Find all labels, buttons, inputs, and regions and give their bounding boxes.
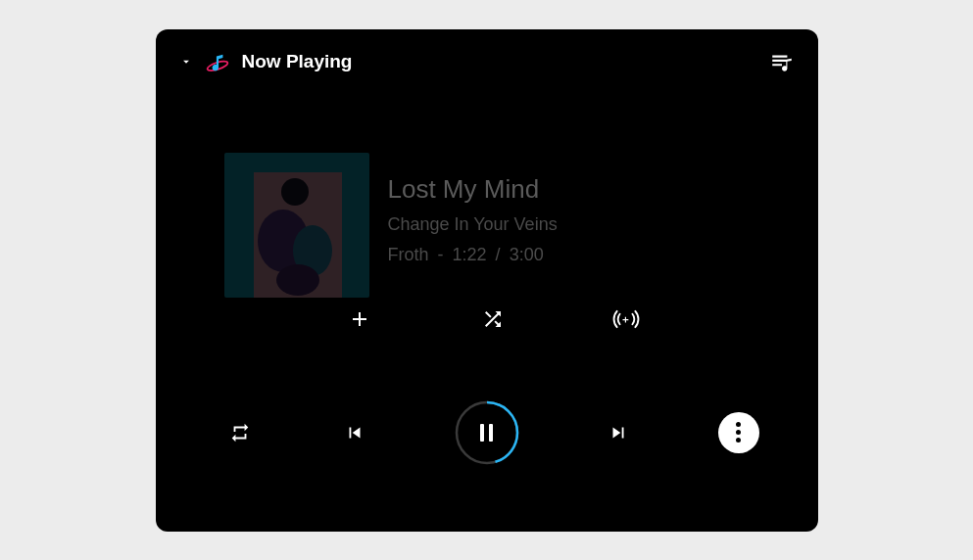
- track-info: Lost My Mind Change In Your Veins Froth …: [388, 174, 558, 265]
- repeat-button[interactable]: [224, 417, 256, 448]
- meta-separator: -: [438, 245, 444, 264]
- header-bar: Now Playing: [156, 29, 818, 94]
- broadcast-button[interactable]: [610, 303, 642, 335]
- svg-point-3: [281, 178, 309, 206]
- dot-icon: [736, 430, 741, 435]
- album-art: [224, 153, 369, 298]
- secondary-actions-row: [156, 303, 818, 335]
- plus-icon: [348, 307, 371, 331]
- chevron-down-icon: [179, 55, 193, 69]
- shuffle-icon: [481, 307, 505, 331]
- previous-button[interactable]: [339, 417, 370, 448]
- track-title: Lost My Mind: [388, 174, 558, 205]
- next-button[interactable]: [603, 417, 634, 448]
- collapse-button[interactable]: [179, 55, 193, 69]
- track-meta: Froth - 1:22 / 3:00: [388, 245, 558, 265]
- dot-icon: [736, 438, 741, 443]
- music-player: Now Playing Lost My Mind Change In Your …: [156, 29, 818, 532]
- shuffle-button[interactable]: [477, 303, 509, 335]
- track-album: Change In Your Veins: [388, 214, 558, 235]
- play-pause-button[interactable]: [455, 400, 519, 465]
- skip-previous-icon: [344, 422, 365, 443]
- elapsed-time: 1:22: [453, 245, 487, 264]
- svg-point-6: [276, 264, 319, 296]
- more-options-button[interactable]: [718, 412, 759, 453]
- queue-button[interactable]: [769, 49, 795, 74]
- playback-controls: [156, 400, 818, 465]
- header-title: Now Playing: [242, 51, 353, 72]
- skip-next-icon: [608, 422, 629, 443]
- add-to-playlist-button[interactable]: [344, 303, 375, 335]
- app-logo-icon: [205, 49, 230, 74]
- progress-ring: [455, 400, 519, 465]
- total-time: 3:00: [510, 245, 544, 264]
- dot-icon: [736, 422, 741, 427]
- playlist-icon: [769, 49, 795, 74]
- broadcast-plus-icon: [612, 305, 640, 333]
- track-artist: Froth: [388, 245, 429, 264]
- time-separator: /: [496, 245, 501, 264]
- repeat-icon: [229, 422, 251, 443]
